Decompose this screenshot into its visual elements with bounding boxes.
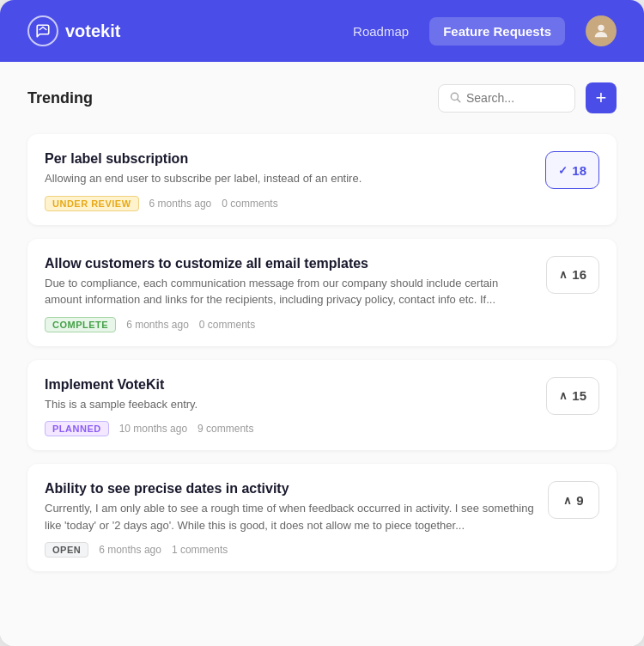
card-desc: This is a sample feeback entry. <box>45 396 532 413</box>
vote-count: 18 <box>572 163 586 178</box>
card-body: Ability to see precise dates in activity… <box>45 481 534 558</box>
vote-count: 9 <box>576 493 583 508</box>
card-comments: 0 comments <box>222 198 277 210</box>
search-icon <box>449 91 461 106</box>
vote-count: 16 <box>572 267 586 282</box>
status-badge: UNDER REVIEW <box>45 196 139 211</box>
card-desc: Allowing an end user to subscribe per la… <box>45 170 532 187</box>
vote-button[interactable]: ✓ 18 <box>545 151 599 189</box>
card-comments: 0 comments <box>199 319 255 331</box>
svg-point-0 <box>598 25 604 31</box>
logo-icon <box>27 15 58 46</box>
logo-text: votekit <box>65 21 120 41</box>
nav-feature-requests[interactable]: Feature Requests <box>429 17 565 46</box>
card-title: Per label subscription <box>45 151 532 167</box>
status-badge: OPEN <box>45 542 88 558</box>
card-body: Implement VoteKit This is a sample feeba… <box>45 377 532 437</box>
status-badge: PLANNED <box>45 421 109 436</box>
logo-area: votekit <box>27 15 120 46</box>
vote-button[interactable]: ∧ 15 <box>546 377 599 415</box>
card-time: 6 months ago <box>99 544 161 556</box>
toolbar-right: + <box>438 82 617 113</box>
card-desc: Due to compliance, each communication me… <box>45 275 532 308</box>
search-box <box>438 84 575 113</box>
card-comments: 9 comments <box>197 423 253 435</box>
list-item: Per label subscription Allowing an end u… <box>27 134 617 225</box>
card-meta: OPEN 6 months ago 1 comments <box>45 542 534 558</box>
avatar[interactable] <box>586 15 617 46</box>
chevron-up-icon: ✓ <box>558 164 568 177</box>
list-item: Ability to see precise dates in activity… <box>27 464 617 571</box>
list-item: Allow customers to customize all email t… <box>27 239 617 346</box>
card-meta: PLANNED 10 months ago 9 comments <box>45 421 532 436</box>
nav-items: Roadmap Feature Requests <box>339 17 565 46</box>
vote-button[interactable]: ∧ 16 <box>546 256 599 294</box>
search-input[interactable] <box>466 91 564 105</box>
main-content: Trending + Per label <box>0 62 644 646</box>
chevron-up-icon: ∧ <box>563 494 572 507</box>
card-time: 10 months ago <box>119 423 187 435</box>
nav-roadmap[interactable]: Roadmap <box>339 17 422 46</box>
card-time: 6 months ago <box>149 198 212 210</box>
app-window: votekit Roadmap Feature Requests Trendin… <box>0 0 644 646</box>
page-title: Trending <box>27 89 93 107</box>
card-title: Ability to see precise dates in activity <box>45 481 534 497</box>
add-button[interactable]: + <box>586 82 617 113</box>
status-badge: COMPLETE <box>45 317 116 332</box>
card-comments: 1 comments <box>172 544 228 556</box>
card-title: Allow customers to customize all email t… <box>45 256 532 271</box>
card-desc: Currently, I am only able to see a rough… <box>45 500 534 533</box>
list-item: Implement VoteKit This is a sample feeba… <box>27 360 617 451</box>
chevron-up-icon: ∧ <box>559 268 568 281</box>
header: votekit Roadmap Feature Requests <box>0 0 644 62</box>
card-title: Implement VoteKit <box>45 377 532 393</box>
cards-list: Per label subscription Allowing an end u… <box>27 134 617 571</box>
chevron-up-icon: ∧ <box>559 389 568 402</box>
card-body: Allow customers to customize all email t… <box>45 256 532 332</box>
toolbar: Trending + <box>27 82 617 113</box>
card-meta: UNDER REVIEW 6 months ago 0 comments <box>45 196 532 211</box>
card-time: 6 months ago <box>126 319 189 331</box>
svg-line-2 <box>458 99 460 101</box>
card-body: Per label subscription Allowing an end u… <box>45 151 532 211</box>
vote-count: 15 <box>572 388 586 403</box>
card-meta: COMPLETE 6 months ago 0 comments <box>45 317 532 332</box>
vote-button[interactable]: ∧ 9 <box>548 481 599 519</box>
